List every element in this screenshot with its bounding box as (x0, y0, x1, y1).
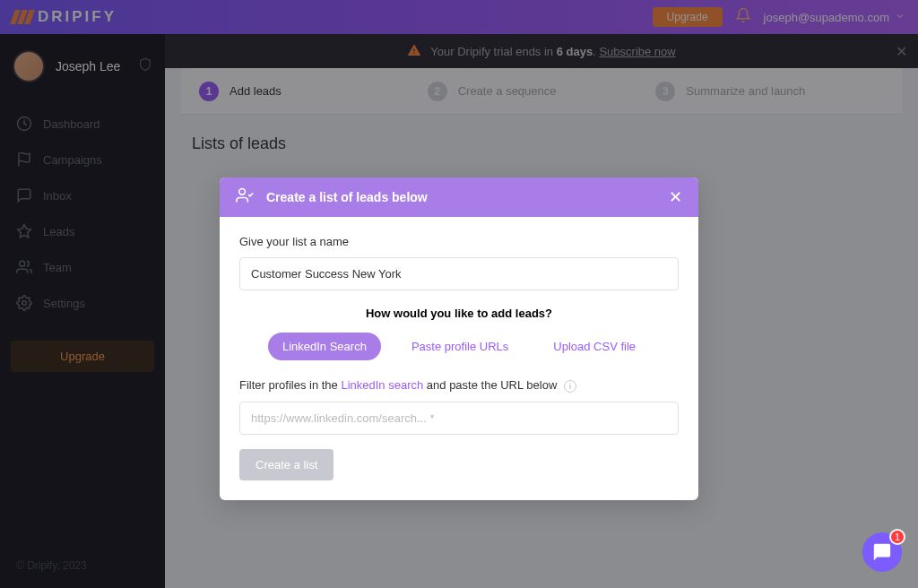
add-method-tabs: LinkedIn Search Paste profile URLs Uploa… (239, 333, 679, 360)
tab-upload-csv[interactable]: Upload CSV file (539, 333, 650, 360)
svg-point-5 (239, 189, 246, 195)
tab-paste-urls[interactable]: Paste profile URLs (397, 333, 523, 360)
chat-icon (872, 542, 892, 562)
modal-title: Create a list of leads below (266, 190, 656, 204)
modal-close-button[interactable]: ✕ (669, 187, 682, 207)
create-list-button[interactable]: Create a list (239, 449, 333, 480)
linkedin-url-input[interactable] (239, 402, 679, 435)
tab-linkedin-search[interactable]: LinkedIn Search (268, 333, 381, 360)
chat-widget[interactable]: 1 (862, 532, 902, 572)
filter-prefix: Filter profiles in the (239, 378, 341, 392)
modal-body: Give your list a name How would you like… (220, 217, 698, 500)
linkedin-search-link[interactable]: LinkedIn search (341, 378, 423, 392)
filter-instruction: Filter profiles in the LinkedIn search a… (239, 378, 679, 393)
info-icon[interactable]: i (564, 380, 576, 393)
list-name-input[interactable] (239, 257, 679, 290)
filter-suffix: and paste the URL below (423, 378, 557, 392)
how-to-label: How would you like to add leads? (239, 307, 679, 320)
chat-badge: 1 (889, 529, 905, 545)
modal-header: Create a list of leads below ✕ (220, 177, 698, 217)
create-list-modal: Create a list of leads below ✕ Give your… (220, 177, 698, 500)
user-check-icon (236, 186, 254, 208)
list-name-label: Give your list a name (239, 235, 679, 248)
